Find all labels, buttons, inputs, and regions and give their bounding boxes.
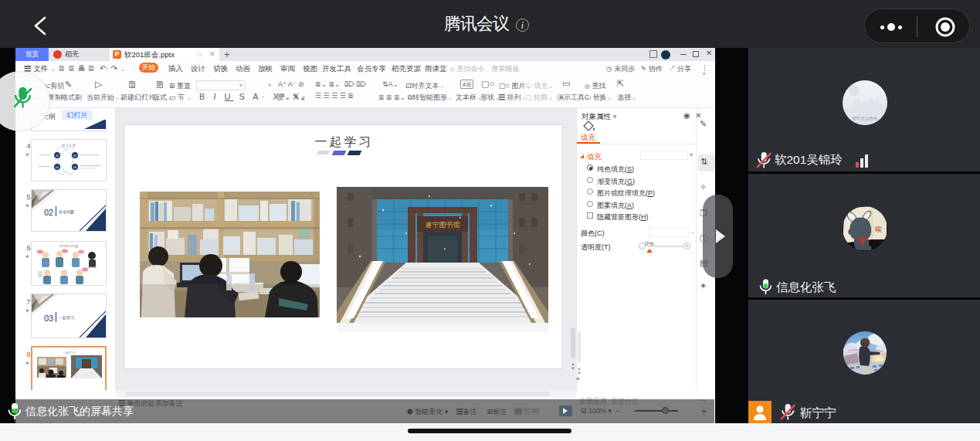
svg-text:唉: 唉 [875, 226, 882, 233]
svg-text:遂宁图书馆: 遂宁图书馆 [426, 221, 460, 229]
svg-text:电信诈骗: 电信诈骗 [87, 266, 97, 269]
svg-text:安全问题: 安全问题 [59, 209, 74, 215]
svg-text:01: 01 [56, 154, 59, 158]
svg-text:一起学习: 一起学习 [59, 315, 74, 321]
svg-text:03: 03 [73, 166, 76, 169]
svg-text:03: 03 [44, 314, 53, 323]
svg-text:一起学习: 一起学习 [63, 351, 75, 355]
svg-text:02: 02 [44, 208, 53, 217]
svg-text:防范电信诈骗: 防范电信诈骗 [59, 244, 78, 248]
svg-text:02: 02 [73, 154, 76, 158]
svg-text:04: 04 [56, 166, 59, 169]
svg-text:单元主题: 单元主题 [62, 143, 76, 148]
svg-text:暂时无法查看: 暂时无法查看 [853, 116, 879, 121]
